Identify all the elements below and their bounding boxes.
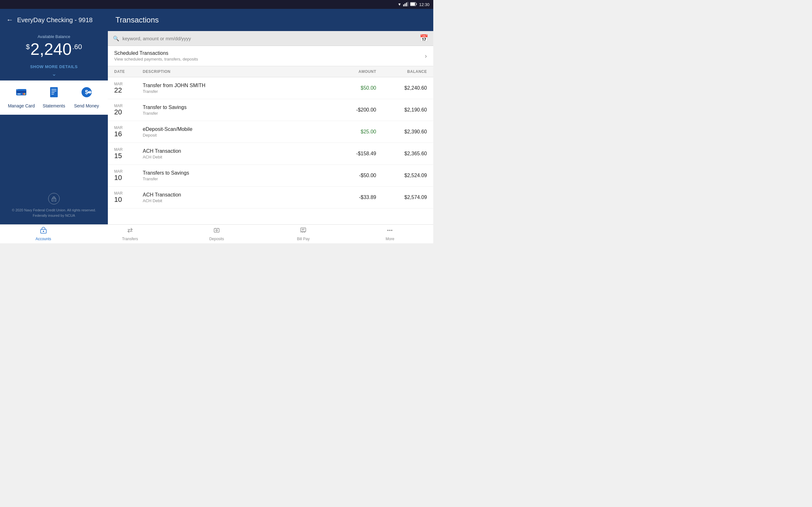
balance-section: Available Balance $ 2,240 .60: [0, 31, 108, 62]
tx-desc: ACH Transaction ACH Debit: [143, 148, 325, 159]
tx-date: MAR 15: [114, 147, 143, 160]
sidebar-footer: © 2020 Navy Federal Credit Union. All ri…: [0, 187, 108, 224]
deposits-nav-label: Deposits: [209, 237, 224, 241]
tx-day: 15: [114, 152, 122, 160]
svg-rect-2: [406, 3, 407, 6]
signal-icon: [403, 2, 408, 7]
nav-item-bill-pay[interactable]: Bill Pay: [260, 225, 347, 243]
tx-subtitle: ACH Debit: [143, 155, 325, 159]
tx-amount: $25.00: [325, 129, 376, 135]
calendar-icon[interactable]: 📅: [420, 34, 428, 43]
tx-title: Transfers to Savings: [143, 170, 325, 176]
more-nav-label: More: [386, 237, 394, 241]
svg-rect-16: [51, 94, 54, 95]
action-buttons: Manage Card Statements: [0, 80, 108, 115]
svg-point-11: [17, 89, 18, 90]
tx-amount: -$200.00: [325, 107, 376, 113]
send-money-icon: $: [78, 83, 95, 101]
tx-month: MAR: [114, 147, 123, 152]
tx-title: ACH Transaction: [143, 148, 325, 154]
search-bar: 🔍 📅: [108, 31, 433, 46]
svg-rect-0: [403, 4, 404, 6]
send-money-button[interactable]: $ Send Money: [70, 83, 103, 108]
tx-desc: Transfer from JOHN SMITH Transfer: [143, 83, 325, 94]
balance-label: Available Balance: [6, 34, 101, 39]
chevron-down-icon: ⌄: [0, 70, 108, 77]
tx-subtitle: Deposit: [143, 133, 325, 137]
tx-title: ACH Transaction: [143, 192, 325, 198]
svg-rect-26: [301, 228, 306, 232]
svg-point-10: [22, 93, 24, 95]
statements-button[interactable]: Statements: [38, 83, 70, 108]
balance-dollar: $: [26, 43, 30, 51]
tx-date: MAR 20: [114, 104, 143, 116]
manage-card-label: Manage Card: [8, 103, 35, 108]
status-bar: ▼ 12:30: [0, 0, 433, 9]
battery-icon: [410, 2, 417, 7]
svg-rect-15: [51, 92, 55, 93]
tx-day: 10: [114, 195, 122, 204]
transaction-row[interactable]: MAR 15 ACH Transaction ACH Debit -$158.4…: [108, 143, 433, 165]
tx-balance: $2,190.60: [376, 107, 427, 113]
balance-amount: $ 2,240 .60: [6, 41, 101, 57]
tx-month: MAR: [114, 125, 123, 130]
back-button[interactable]: ←: [6, 16, 13, 24]
content-title: Transactions: [115, 15, 159, 24]
tx-month: MAR: [114, 191, 123, 195]
svg-point-23: [43, 231, 44, 232]
main-layout: ← EveryDay Checking - 9918 Available Bal…: [0, 9, 433, 224]
tx-month: MAR: [114, 82, 123, 86]
svg-point-25: [216, 230, 217, 231]
col-description: DESCRIPTION: [143, 69, 325, 74]
transaction-row[interactable]: MAR 10 Transfers to Savings Transfer -$5…: [108, 165, 433, 187]
tx-balance: $2,240.60: [376, 85, 427, 91]
svg-point-27: [387, 230, 389, 231]
svg-rect-7: [16, 91, 26, 93]
accounts-nav-icon: [40, 227, 47, 235]
tx-amount: $50.00: [325, 85, 376, 91]
transaction-row[interactable]: MAR 10 ACH Transaction ACH Debit -$33.89…: [108, 187, 433, 209]
tx-balance: $2,365.60: [376, 151, 427, 157]
manage-card-icon: [13, 83, 30, 101]
transfers-nav-icon: [126, 227, 134, 235]
tx-amount: -$50.00: [325, 173, 376, 178]
col-date: DATE: [114, 69, 143, 74]
nav-item-deposits[interactable]: Deposits: [173, 225, 260, 243]
scheduled-title: Scheduled Transactions: [114, 50, 425, 56]
tx-desc: Transfers to Savings Transfer: [143, 170, 325, 181]
chevron-right-icon: ›: [425, 52, 427, 60]
status-time: 12:30: [419, 2, 429, 7]
nav-item-transfers[interactable]: Transfers: [87, 225, 173, 243]
scheduled-transactions-banner[interactable]: Scheduled Transactions View scheduled pa…: [108, 46, 433, 66]
tx-date: MAR 10: [114, 191, 143, 204]
nav-item-accounts[interactable]: Accounts: [0, 225, 87, 243]
account-title: EveryDay Checking - 9918: [17, 16, 93, 24]
more-nav-icon: [386, 227, 393, 235]
statements-icon: [45, 83, 62, 101]
tx-title: eDeposit-Scan/Mobile: [143, 126, 325, 132]
tx-desc: Transfer to Savings Transfer: [143, 105, 325, 116]
table-header: DATE DESCRIPTION AMOUNT BALANCE: [108, 66, 433, 77]
content-header: Transactions: [108, 9, 433, 31]
tx-title: Transfer from JOHN SMITH: [143, 83, 325, 89]
footer-insured: Federally insured by NCUA: [6, 213, 101, 218]
lock-icon: [48, 193, 60, 205]
tx-day: 20: [114, 108, 122, 116]
tx-title: Transfer to Savings: [143, 105, 325, 110]
transaction-row[interactable]: MAR 22 Transfer from JOHN SMITH Transfer…: [108, 77, 433, 99]
svg-rect-24: [214, 228, 219, 232]
transaction-row[interactable]: MAR 20 Transfer to Savings Transfer -$20…: [108, 99, 433, 121]
col-amount: AMOUNT: [325, 69, 376, 74]
bottom-nav: Accounts Transfers Deposits Bill Pay Mor…: [0, 224, 433, 243]
nav-item-more[interactable]: More: [347, 225, 433, 243]
transfers-nav-label: Transfers: [122, 237, 138, 241]
manage-card-button[interactable]: Manage Card: [5, 83, 38, 108]
footer-copyright: © 2020 Navy Federal Credit Union. All ri…: [6, 208, 101, 213]
transaction-row[interactable]: MAR 16 eDeposit-Scan/Mobile Deposit $25.…: [108, 121, 433, 143]
search-icon: 🔍: [113, 36, 119, 42]
tx-subtitle: Transfer: [143, 89, 325, 94]
tx-subtitle: ACH Debit: [143, 199, 325, 203]
send-money-label: Send Money: [74, 103, 99, 108]
wifi-icon: ▼: [398, 2, 402, 7]
search-input[interactable]: [122, 36, 416, 41]
